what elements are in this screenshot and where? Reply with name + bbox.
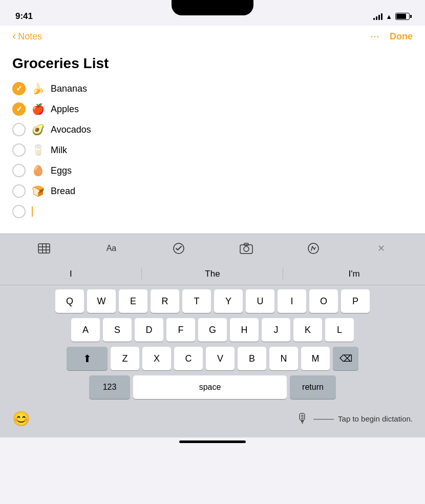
text-bread: Bread [51,186,75,197]
nav-actions: ··· Done [370,30,413,43]
key-u[interactable]: U [246,289,274,313]
nav-bar: ‹ Notes ··· Done [0,26,425,47]
status-icons: ▲ [373,13,410,20]
more-button[interactable]: ··· [370,30,379,43]
dictation-label: Tap to begin dictation. [338,414,413,423]
done-button[interactable]: Done [390,31,413,42]
keyboard: Q W E R T Y U I O P A S D F G H J K L ⬆ … [0,285,425,406]
checkbox-milk[interactable] [12,143,26,157]
format-label: Aa [107,244,117,253]
back-button[interactable]: ‹ Notes [12,30,42,43]
shift-button[interactable]: ⬆ [67,347,108,370]
checklist-button[interactable] [169,239,188,258]
emoji-eggs: 🥚 [32,164,45,177]
checkbox-avocados[interactable] [12,123,26,136]
markup-button[interactable] [304,239,323,258]
signal-icon [373,13,383,20]
list-item: 🍞 Bread [12,184,413,198]
key-s[interactable]: S [103,318,132,342]
emoji-bread: 🍞 [32,185,45,197]
back-label: Notes [18,31,42,42]
key-h[interactable]: H [230,318,259,342]
key-i[interactable]: I [278,289,306,313]
keyboard-toolbar: Aa ✕ [0,234,425,263]
key-t[interactable]: T [182,289,211,313]
key-g[interactable]: G [198,318,227,342]
text-cursor [32,206,33,217]
emoji-avocados: 🥑 [32,123,45,136]
key-b[interactable]: B [238,347,266,370]
autocomplete-item-im[interactable]: I'm [283,264,425,284]
emoji-button[interactable]: 😊 [12,410,30,427]
camera-button[interactable] [237,239,256,258]
status-time: 9:41 [15,11,33,22]
chevron-left-icon: ‹ [12,30,16,43]
close-button[interactable]: ✕ [372,239,390,258]
return-button[interactable]: return [290,375,336,399]
list-item [12,205,413,218]
key-f[interactable]: F [166,318,195,342]
checkbox-apples[interactable] [12,102,26,116]
list-item: 🥚 Eggs [12,164,413,177]
key-e[interactable]: E [119,289,147,313]
svg-point-7 [244,246,249,251]
key-a[interactable]: A [71,318,100,342]
battery-icon [395,13,410,20]
key-j[interactable]: J [262,318,290,342]
key-row-2: A S D F G H J K L [2,318,423,342]
key-v[interactable]: V [206,347,235,370]
list-item: 🥑 Avocados [12,123,413,136]
format-button[interactable]: Aa [102,239,120,258]
close-icon: ✕ [377,243,385,254]
key-y[interactable]: Y [214,289,243,313]
key-o[interactable]: O [309,289,338,313]
key-d[interactable]: D [135,318,163,342]
notch [172,0,253,15]
checkbox-new[interactable] [12,205,26,218]
emoji-milk: 🥛 [32,144,45,156]
dictation-connector-icon: —— [313,413,334,425]
checkbox-bread[interactable] [12,184,26,198]
list-item: 🍎 Apples [12,102,413,116]
emoji-bananas: 🍌 [32,82,45,95]
key-row-4: 123 space return [2,375,423,399]
wifi-icon: ▲ [386,13,392,20]
microphone-button[interactable]: 🎙 [296,411,309,427]
key-z[interactable]: Z [111,347,139,370]
key-n[interactable]: N [269,347,298,370]
note-content: Groceries List 🍌 Bananas 🍎 Apples 🥑 Avoc… [0,47,425,234]
numbers-button[interactable]: 123 [89,375,130,399]
home-indicator [179,440,246,443]
key-x[interactable]: X [142,347,171,370]
key-row-1: Q W E R T Y U I O P [2,289,423,313]
text-bananas: Bananas [51,83,87,94]
table-button[interactable] [35,239,53,258]
battery-fill [396,14,406,19]
key-w[interactable]: W [87,289,116,313]
autocomplete-bar: I The I'm [0,263,425,285]
text-avocados: Avocados [51,124,91,135]
list-item: 🥛 Milk [12,143,413,157]
space-button[interactable]: space [133,375,287,399]
autocomplete-item-the[interactable]: The [142,264,284,284]
text-milk: Milk [51,145,67,156]
checklist: 🍌 Bananas 🍎 Apples 🥑 Avocados 🥛 Milk [12,82,413,218]
text-eggs: Eggs [51,165,72,176]
key-l[interactable]: L [325,318,354,342]
key-p[interactable]: P [341,289,370,313]
key-q[interactable]: Q [55,289,84,313]
checkbox-bananas[interactable] [12,82,26,95]
emoji-apples: 🍎 [32,103,45,115]
key-r[interactable]: R [151,289,179,313]
checkbox-eggs[interactable] [12,164,26,177]
backspace-button[interactable]: ⌫ [333,347,358,370]
autocomplete-item-i[interactable]: I [0,264,142,284]
note-title[interactable]: Groceries List [12,55,413,72]
bottom-bar: 😊 🎙 —— Tap to begin dictation. [0,406,425,437]
text-apples: Apples [51,104,79,115]
key-m[interactable]: M [301,347,330,370]
key-row-3: ⬆ Z X C V B N M ⌫ [2,347,423,370]
phone-frame: 9:41 ▲ ‹ Notes ··· Done Groceries List [0,0,425,504]
key-k[interactable]: K [293,318,322,342]
key-c[interactable]: C [174,347,203,370]
